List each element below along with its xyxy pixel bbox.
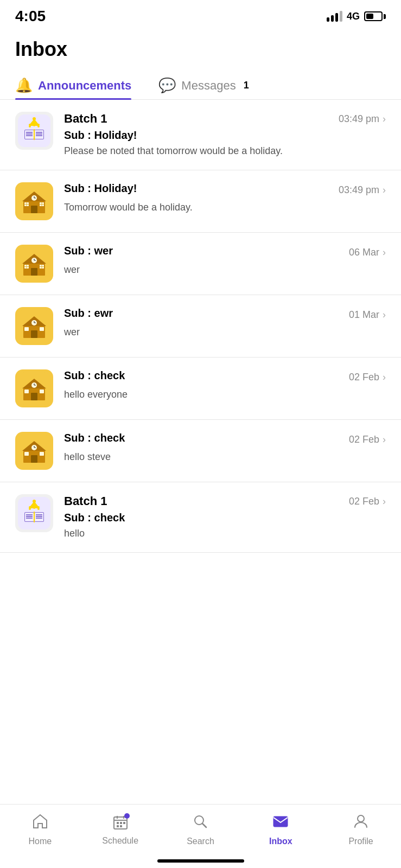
nav-inbox-label: Inbox: [269, 837, 292, 846]
svg-point-86: [29, 508, 31, 510]
profile-icon: [353, 813, 369, 833]
svg-point-87: [33, 507, 35, 509]
message-time: 03:49 pm ›: [339, 184, 386, 196]
message-content: Sub : ewr 01 Mar › wer: [64, 307, 386, 339]
chevron-right-icon: ›: [383, 247, 386, 258]
school-avatar: [15, 369, 53, 407]
message-item[interactable]: Sub : Holiday! 03:49 pm › Tomorrow would…: [0, 170, 401, 233]
inbox-icon: [272, 813, 289, 833]
nav-search-label: Search: [187, 837, 214, 846]
message-preview: Tomorrow would be a holiday.: [64, 201, 386, 214]
svg-rect-56: [31, 393, 37, 400]
svg-rect-75: [35, 513, 43, 521]
status-time: 4:05: [15, 8, 46, 25]
school-avatar: [15, 245, 53, 283]
svg-rect-49: [40, 327, 44, 331]
tab-messages-label: Messages: [181, 79, 235, 93]
message-subject: Sub : check: [64, 369, 125, 382]
svg-rect-94: [120, 822, 122, 824]
svg-rect-100: [273, 816, 288, 827]
message-subject: Sub : Holiday!: [64, 182, 137, 195]
home-icon: [32, 813, 48, 833]
svg-line-99: [202, 824, 206, 827]
message-header: Sub : Holiday! 03:49 pm ›: [64, 182, 386, 197]
chevron-right-icon: ›: [383, 113, 386, 125]
batch-avatar: [15, 494, 53, 532]
messages-badge: 1: [244, 80, 249, 91]
message-sender: Batch 1: [64, 112, 107, 126]
schedule-dot: [124, 813, 130, 819]
tab-announcements[interactable]: 🔔 Announcements: [15, 72, 131, 99]
school-avatar: [15, 182, 53, 220]
message-preview: hello: [64, 527, 386, 540]
tab-messages[interactable]: 💬 Messages 1: [158, 72, 249, 99]
message-subject: Sub : Holiday!: [64, 129, 386, 142]
svg-rect-57: [24, 390, 29, 393]
svg-rect-96: [120, 825, 122, 827]
svg-rect-66: [24, 452, 29, 456]
message-time: 02 Feb ›: [349, 372, 386, 383]
message-item[interactable]: Batch 1 03:49 pm › Sub : Holiday! Please…: [0, 100, 401, 170]
message-header: Sub : check 02 Feb ›: [64, 369, 386, 385]
svg-rect-74: [25, 513, 34, 521]
message-item[interactable]: Sub : check 02 Feb › hello steve: [0, 420, 401, 482]
svg-rect-3: [25, 130, 34, 139]
message-item[interactable]: Sub : ewr 01 Mar › wer: [0, 295, 401, 358]
chevron-right-icon: ›: [383, 496, 386, 507]
nav-schedule-label: Schedule: [102, 836, 138, 846]
svg-rect-95: [117, 825, 119, 827]
svg-point-14: [33, 117, 36, 120]
search-icon: [192, 813, 208, 833]
message-content: Sub : Holiday! 03:49 pm › Tomorrow would…: [64, 182, 386, 214]
message-subject: Sub : wer: [64, 245, 113, 257]
message-content: Sub : check 02 Feb › hello everyone: [64, 369, 386, 401]
nav-inbox[interactable]: Inbox: [253, 813, 308, 846]
svg-point-15: [29, 125, 31, 127]
svg-point-17: [37, 125, 40, 127]
message-subject: Sub : check: [64, 512, 386, 524]
message-time: 02 Feb ›: [349, 496, 386, 507]
nav-home-label: Home: [29, 837, 52, 846]
nav-search[interactable]: Search: [173, 813, 227, 846]
status-icons: 4G: [327, 11, 386, 22]
message-item[interactable]: Batch 1 02 Feb › Sub : check hello: [0, 482, 401, 553]
svg-rect-58: [40, 390, 44, 393]
message-preview: wer: [64, 326, 386, 339]
message-content: Sub : wer 06 Mar › wer: [64, 245, 386, 277]
chevron-right-icon: ›: [383, 434, 386, 445]
svg-point-88: [37, 508, 40, 510]
tab-announcements-label: Announcements: [38, 79, 131, 93]
message-content: Sub : check 02 Feb › hello steve: [64, 432, 386, 464]
svg-rect-97: [123, 822, 125, 824]
nav-schedule[interactable]: Schedule: [93, 814, 148, 846]
school-avatar: [15, 307, 53, 345]
message-content: Batch 1 02 Feb › Sub : check hello: [64, 494, 386, 540]
message-item[interactable]: Sub : check 02 Feb › hello everyone: [0, 358, 401, 420]
svg-rect-48: [24, 327, 29, 331]
message-preview: hello everyone: [64, 388, 386, 401]
message-time: 01 Mar ›: [349, 309, 386, 321]
batch-avatar: [15, 112, 53, 150]
school-avatar: [15, 432, 53, 470]
tab-bar: 🔔 Announcements 💬 Messages 1: [0, 72, 401, 100]
chevron-right-icon: ›: [383, 184, 386, 196]
message-preview: wer: [64, 263, 386, 277]
message-list: Batch 1 03:49 pm › Sub : Holiday! Please…: [0, 100, 401, 553]
message-subject: Sub : check: [64, 432, 125, 444]
message-time: 02 Feb ›: [349, 434, 386, 445]
bottom-nav: Home Schedule Search: [0, 804, 401, 868]
svg-rect-82: [34, 512, 35, 522]
battery-icon: [364, 11, 386, 21]
message-item[interactable]: Sub : wer 06 Mar › wer: [0, 233, 401, 295]
nav-profile-label: Profile: [348, 837, 373, 846]
svg-point-16: [33, 124, 35, 126]
signal-icon: [327, 11, 342, 22]
home-indicator: [157, 859, 244, 863]
message-header: Sub : ewr 01 Mar ›: [64, 307, 386, 322]
message-header: Batch 1 03:49 pm ›: [64, 112, 386, 126]
nav-home[interactable]: Home: [13, 813, 67, 846]
svg-rect-93: [117, 822, 119, 824]
status-bar: 4:05 4G: [0, 0, 401, 29]
message-preview: Please be noted that tomorrow would be a…: [64, 144, 386, 158]
nav-profile[interactable]: Profile: [334, 813, 388, 846]
